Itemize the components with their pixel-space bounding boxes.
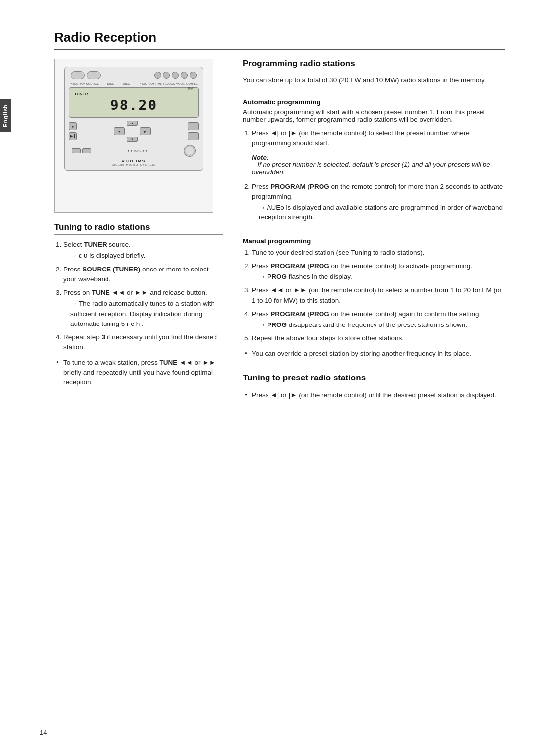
- main-content: Radio Reception: [54, 30, 505, 405]
- auto-step-2-text: Press PROGRAM (PROG on the remote contro…: [252, 183, 503, 200]
- device-button-round-3: [172, 72, 179, 79]
- device-body: PROGRAM SOURCEDISCDISCPROGRAM TIMER CLOC…: [64, 67, 203, 171]
- device-controls-row: ● ▶▐ ▲ ◄ ► ▼: [69, 121, 199, 142]
- preset-bullets: Press ◄| or |► (on the remote control) u…: [245, 390, 505, 400]
- auto-step-2-note: AUEo is displayed and available stations…: [252, 203, 505, 223]
- tuning-section-heading: Tuning to radio stations: [54, 222, 223, 235]
- manual-programming-heading: Manual programming: [243, 237, 505, 245]
- device-volume-knob: [184, 145, 196, 157]
- note-label: Note:: [252, 154, 269, 161]
- device-nav-right: ►: [140, 127, 151, 135]
- tuning-step-1-note: ε υ is displayed briefly.: [63, 251, 223, 261]
- device-ctrl-play: ▶▐: [69, 132, 77, 140]
- sidebar-language-label: English: [0, 99, 11, 132]
- auto-steps-list-2: Press PROGRAM (PROG on the remote contro…: [252, 182, 505, 223]
- manual-bullet-1-text: You can override a preset station by sto…: [252, 350, 471, 357]
- divider-2: [243, 230, 505, 230]
- device-fm-label: FM: [188, 87, 193, 90]
- tuning-steps-list: Select TUNER source. ε υ is displayed br…: [63, 240, 223, 353]
- tuning-step-4-text: Repeat step 3 if necessary until you fin…: [63, 333, 217, 351]
- device-nav-down: ▼: [127, 137, 138, 142]
- device-button-round-5: [190, 72, 197, 79]
- tuning-step-2-text: Press SOURCE (TUNER) once or more to sel…: [63, 266, 209, 283]
- programming-intro: You can store up to a total of 30 (20 FW…: [243, 76, 505, 84]
- device-button-round-1: [154, 72, 161, 79]
- manual-step-4-note: PROG disappears and the frequency of the…: [252, 320, 505, 330]
- device-nav-up: ▲: [127, 121, 138, 126]
- device-small-btn-2: [82, 148, 91, 153]
- device-brand: PHILIPS: [69, 159, 199, 163]
- page-title: Radio Reception: [54, 30, 505, 50]
- preset-bullet-1-text: ◄| or |► (on the remote control) until t…: [270, 391, 496, 399]
- device-model: MC130 MICRO SYSTEM: [69, 163, 199, 166]
- auto-programming-heading: Automatic programming: [243, 98, 505, 106]
- device-label-row: PROGRAM SOURCEDISCDISCPROGRAM TIMER CLOC…: [69, 82, 199, 85]
- manual-step-4-text: Press PROGRAM (PROG on the remote contro…: [252, 310, 481, 318]
- manual-step-1: Tune to your desired station (see Tuning…: [252, 248, 505, 258]
- tuning-step-1: Select TUNER source. ε υ is displayed br…: [63, 240, 223, 261]
- auto-note-block: Note: – If no preset number is selected,…: [252, 154, 505, 176]
- device-button-oval-1: [71, 71, 85, 79]
- manual-step-2-text: Press PROGRAM (PROG on the remote contro…: [252, 262, 472, 270]
- manual-step-2: Press PROGRAM (PROG on the remote contro…: [252, 261, 505, 282]
- manual-step-5: Repeat the above four steps to store oth…: [252, 333, 505, 343]
- device-ctrl-btn-r1: [188, 122, 199, 130]
- manual-bullet-1: You can override a preset station by sto…: [245, 349, 505, 359]
- device-frequency: 98.20: [74, 97, 193, 113]
- tuning-step-3: Press on TUNE ◄◄ or ►► and release butto…: [63, 288, 223, 329]
- manual-step-3: Press ◄◄ or ►► (on the remote control) t…: [252, 285, 505, 306]
- device-bottom-row: ◄◄ TUNE ►►: [69, 145, 199, 157]
- device-small-btn-1: [72, 148, 81, 153]
- left-column: PROGRAM SOURCEDISCDISCPROGRAM TIMER CLOC…: [54, 59, 223, 405]
- device-nav-left: ◄: [114, 127, 125, 135]
- manual-step-5-text: Repeat the above four steps to store oth…: [252, 334, 404, 342]
- tuning-step-2: Press SOURCE (TUNER) once or more to sel…: [63, 265, 223, 285]
- note-text: – If no preset number is selected, defau…: [252, 161, 490, 176]
- right-column: Programming radio stations You can store…: [243, 59, 505, 405]
- manual-step-3-text: Press ◄◄ or ►► (on the remote control) t…: [252, 286, 502, 304]
- device-ctrl-btn-r2: [188, 132, 199, 140]
- divider-3: [243, 366, 505, 366]
- manual-bullets: You can override a preset station by sto…: [245, 349, 505, 359]
- device-button-round-2: [163, 72, 170, 79]
- manual-steps-list: Tune to your desired station (see Tuning…: [252, 248, 505, 344]
- auto-step-1: Press ◄| or |► (on the remote control) t…: [252, 128, 505, 149]
- preset-bullet-1-pre: Press: [252, 391, 269, 399]
- tuning-bullet-1: To tune to a weak station, press TUNE ◄◄…: [56, 358, 223, 388]
- preset-section-heading: Tuning to preset radio stations: [243, 373, 505, 385]
- manual-step-2-note: PROG flashes in the display.: [252, 272, 505, 282]
- auto-step-1-text: Press ◄| or |► (on the remote control) t…: [252, 129, 470, 147]
- tuning-step-4: Repeat step 3 if necessary until you fin…: [63, 332, 223, 353]
- device-ctrl-dot: ●: [69, 122, 77, 130]
- preset-bullet-1: Press ◄| or |► (on the remote control) u…: [245, 390, 505, 400]
- device-tuner-label: TUNER: [74, 92, 88, 96]
- device-button-oval-2: [87, 71, 101, 79]
- two-column-layout: PROGRAM SOURCEDISCDISCPROGRAM TIMER CLOC…: [54, 59, 505, 405]
- auto-programming-intro: Automatic programming will start with a …: [243, 108, 505, 123]
- divider-1: [243, 91, 505, 91]
- programming-section-heading: Programming radio stations: [243, 59, 505, 71]
- page-container: English Radio Reception: [0, 0, 535, 756]
- tuning-bullet-1-text: To tune to a weak station, press TUNE ◄◄…: [63, 359, 215, 386]
- manual-step-4: Press PROGRAM (PROG on the remote contro…: [252, 309, 505, 330]
- device-display-area: TUNER FM 98.20: [69, 87, 199, 118]
- device-ctrl-center: ▲ ◄ ► ▼: [114, 121, 151, 142]
- manual-step-1-text: Tune to your desired station (see Tuning…: [252, 249, 424, 256]
- device-top-buttons: [69, 71, 199, 79]
- tuning-step-1-text: Select TUNER source.: [63, 241, 131, 248]
- auto-step-2: Press PROGRAM (PROG on the remote contro…: [252, 182, 505, 223]
- tuning-bullets: To tune to a weak station, press TUNE ◄◄…: [56, 358, 223, 388]
- page-number: 14: [40, 729, 47, 736]
- device-button-round-4: [181, 72, 188, 79]
- tuning-step-3-text: Press on TUNE ◄◄ or ►► and release butto…: [63, 289, 207, 296]
- tuning-step-3-note: The radio automatically tunes to a stati…: [63, 299, 223, 329]
- auto-steps-list: Press ◄| or |► (on the remote control) t…: [252, 128, 505, 149]
- device-image: PROGRAM SOURCEDISCDISCPROGRAM TIMER CLOC…: [54, 59, 213, 213]
